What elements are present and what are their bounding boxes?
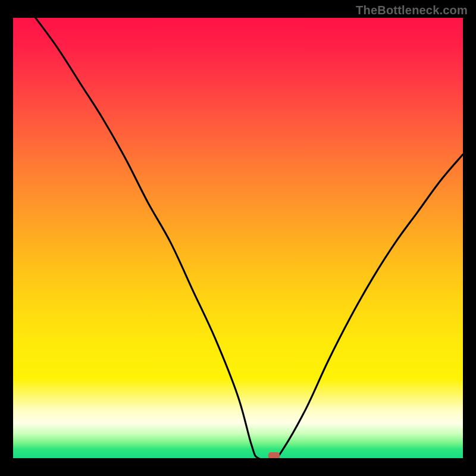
bottleneck-curve <box>36 18 463 458</box>
watermark-text: TheBottleneck.com <box>356 4 468 17</box>
curve-layer <box>13 18 463 458</box>
plot-area <box>13 18 463 458</box>
min-marker-icon <box>268 452 280 458</box>
chart-root: TheBottleneck.com <box>0 0 476 476</box>
